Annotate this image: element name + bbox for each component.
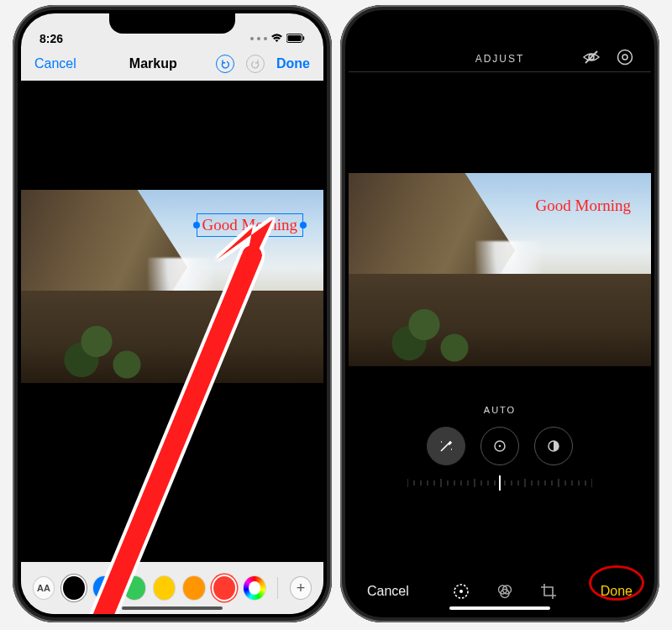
add-annotation-button[interactable]: + <box>290 576 312 600</box>
text-style-button[interactable]: AA <box>33 576 55 600</box>
notch <box>437 13 563 34</box>
adjust-bottombar: Cancel Done <box>349 580 651 602</box>
screen-markup: 8:26 Cancel Markup <box>21 13 323 614</box>
toolbar-divider <box>277 577 278 599</box>
svg-line-4 <box>585 51 597 63</box>
auto-enhance-button[interactable] <box>427 427 465 465</box>
done-button[interactable]: Done <box>601 584 633 599</box>
color-swatch-green[interactable] <box>123 576 145 600</box>
undo-button[interactable] <box>216 55 234 73</box>
color-picker-button[interactable] <box>244 576 265 600</box>
cancel-button[interactable]: Cancel <box>34 56 76 71</box>
exposure-button[interactable] <box>480 427 519 465</box>
battery-icon <box>286 32 305 45</box>
auto-label: AUTO <box>349 405 651 415</box>
brilliance-button[interactable] <box>534 427 573 465</box>
markup-navbar: Cancel Markup Done <box>21 47 323 81</box>
screen-adjust: ADJUST Good Morning AUTO <box>349 13 651 614</box>
svg-point-5 <box>618 50 633 65</box>
text-annotation-value: Good Morning <box>536 197 631 215</box>
cancel-button[interactable]: Cancel <box>367 584 409 599</box>
phone-adjust: ADJUST Good Morning AUTO <box>340 5 659 622</box>
notch <box>109 13 235 34</box>
color-swatch-black[interactable] <box>63 576 85 600</box>
visibility-toggle-icon[interactable] <box>582 48 601 66</box>
phone-markup: 8:26 Cancel Markup <box>13 5 332 622</box>
svg-point-40 <box>459 590 463 593</box>
color-swatch-orange[interactable] <box>183 576 205 600</box>
svg-rect-1 <box>288 35 302 41</box>
text-annotation-value: Good Morning <box>202 216 297 234</box>
status-time: 8:26 <box>39 32 63 45</box>
wifi-icon <box>270 32 283 45</box>
svg-point-6 <box>622 55 627 60</box>
svg-point-8 <box>499 445 501 448</box>
edited-photo[interactable]: Good Morning <box>21 190 323 383</box>
color-swatch-blue[interactable] <box>93 576 115 600</box>
markup-canvas[interactable]: Good Morning <box>21 81 323 562</box>
resize-handle-right[interactable] <box>300 222 307 228</box>
adjust-slider[interactable] <box>382 474 617 492</box>
status-icons <box>250 32 305 45</box>
home-indicator[interactable] <box>449 606 550 610</box>
adjust-controls-row <box>349 427 651 465</box>
done-button[interactable]: Done <box>276 56 310 71</box>
color-swatch-yellow[interactable] <box>154 576 176 600</box>
info-icon[interactable] <box>616 48 634 66</box>
home-indicator[interactable] <box>122 606 223 610</box>
text-annotation-box[interactable]: Good Morning <box>197 213 303 237</box>
svg-rect-2 <box>303 36 305 39</box>
adjust-photo[interactable]: Good Morning <box>349 173 651 366</box>
adjust-title: ADJUST <box>475 53 525 65</box>
redo-button[interactable] <box>246 55 265 73</box>
color-swatch-red[interactable] <box>213 576 235 600</box>
crop-tab-icon[interactable] <box>538 580 559 602</box>
resize-handle-left[interactable] <box>193 222 200 228</box>
markup-title: Markup <box>129 56 177 71</box>
filters-tab-icon[interactable] <box>494 580 516 602</box>
adjust-tab-icon[interactable] <box>450 580 472 602</box>
